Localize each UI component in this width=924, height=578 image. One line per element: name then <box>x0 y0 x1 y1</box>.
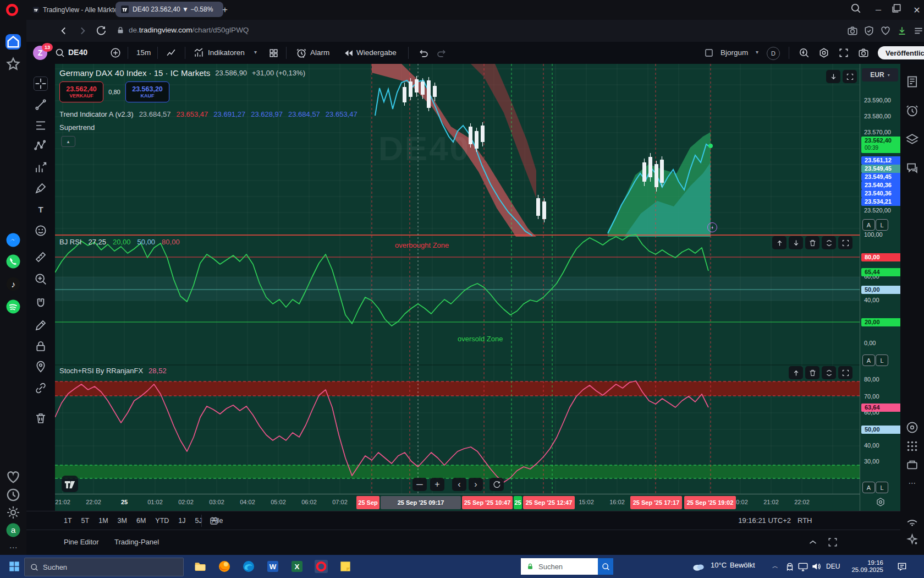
window-close-button[interactable]: ✕ <box>910 3 924 17</box>
url-field[interactable]: de.tradingview.com/chart/d50glPWQ <box>129 26 249 34</box>
word-icon[interactable]: W <box>266 560 279 573</box>
taskbar-search-box[interactable]: Suchen <box>24 558 184 576</box>
stoch-log-scale-button[interactable]: L <box>876 482 888 493</box>
history-icon[interactable] <box>6 487 21 503</box>
messenger-icon[interactable] <box>6 232 21 248</box>
spotify-icon[interactable] <box>6 299 21 314</box>
volume-tray-icon[interactable] <box>811 561 822 572</box>
stoch-legend[interactable]: Stoch+RSI By RRanjanFX 28,52 <box>59 367 167 375</box>
indicators-chevron-icon[interactable]: ▾ <box>254 49 257 55</box>
opera-taskbar-icon[interactable] <box>315 560 328 573</box>
indicator-legend-trend[interactable]: Trend Indicator A (v2.3) 23.684,5723.653… <box>59 110 358 118</box>
layout-grid-icon[interactable] <box>268 48 279 58</box>
chat-panel-icon[interactable] <box>905 161 919 175</box>
reset-chart-button[interactable] <box>490 478 504 491</box>
signal-panel-icon[interactable] <box>905 513 919 527</box>
magnet-tool-icon[interactable] <box>34 297 47 310</box>
stoch-auto-scale-button[interactable]: A <box>862 482 875 493</box>
player-panel-icon[interactable] <box>905 421 919 434</box>
bookmarks-star-icon[interactable] <box>6 56 21 72</box>
rsi-maximize-button[interactable] <box>838 236 853 249</box>
alarm-button[interactable]: Alarm <box>310 48 329 57</box>
time-axis[interactable]: 21:0222:022501:0202:0203:0204:0205:0206:… <box>55 494 860 511</box>
lock-drawings-icon[interactable] <box>34 340 47 353</box>
trading-panel-tab[interactable]: Trading-Panel <box>114 538 159 546</box>
snapshot-icon[interactable] <box>847 25 858 36</box>
session-label[interactable]: 25 Sep '25 17:17 <box>630 496 682 509</box>
stoch-delete-button[interactable] <box>805 366 820 379</box>
apps-grid-icon[interactable] <box>905 439 919 453</box>
settings-hexagon-icon[interactable] <box>818 47 829 58</box>
clock-utc[interactable]: 19:16:21 UTC+2 <box>708 516 791 525</box>
currency-dropdown[interactable]: EUR▾ <box>862 68 898 81</box>
range-button-6m[interactable]: 6M <box>136 517 146 525</box>
log-scale-button[interactable]: L <box>876 219 888 231</box>
speed-dial-home-icon[interactable] <box>6 34 21 50</box>
layout-badge[interactable]: D <box>767 47 780 60</box>
symbol-search-icon[interactable] <box>55 48 65 58</box>
scroll-left-button[interactable]: ‹ <box>452 478 466 491</box>
file-explorer-icon[interactable] <box>194 560 207 573</box>
emoji-tool-icon[interactable] <box>34 224 47 237</box>
buy-button[interactable]: 23.563,20 KAUF <box>125 81 169 102</box>
go-to-date-calendar-icon[interactable] <box>209 516 219 526</box>
rsi-auto-scale-button[interactable]: A <box>862 355 875 366</box>
text-tool-icon[interactable]: T <box>34 203 47 216</box>
layout-name-button[interactable]: Bjorgum <box>721 48 748 57</box>
chart-legend-main[interactable]: Germany DAX 40 Index · 15 · IC Markets 2… <box>59 68 305 78</box>
tray-expand-chevron-icon[interactable]: ︿ <box>772 562 778 570</box>
sell-button[interactable]: 23.562,40 VERKAUF <box>59 81 103 102</box>
zoom-tool-icon[interactable] <box>34 272 47 286</box>
sticky-notes-icon[interactable] <box>339 560 352 573</box>
workspace-panel-icon[interactable] <box>905 458 919 472</box>
session-label[interactable]: 25 Sep <box>356 496 380 509</box>
new-tab-button[interactable]: + <box>218 3 232 17</box>
reload-icon[interactable] <box>96 25 107 36</box>
range-button-5t[interactable]: 5T <box>81 517 90 525</box>
session-label[interactable]: 25 Sep '25 09:17 <box>381 496 461 509</box>
session-label[interactable]: 25 Sep '25 12:47 <box>523 496 575 509</box>
session-label[interactable]: 25 <box>514 496 522 509</box>
zoom-in-button[interactable]: + <box>430 478 444 491</box>
hide-drawings-icon[interactable] <box>34 360 47 373</box>
forecast-tool-icon[interactable] <box>34 161 47 175</box>
search-tabs-icon[interactable] <box>850 3 861 14</box>
redo-icon[interactable] <box>437 48 447 58</box>
rsi-log-scale-button[interactable]: L <box>876 355 888 366</box>
crosshair-tool-icon[interactable] <box>34 77 47 90</box>
range-button-3m[interactable]: 3M <box>118 517 127 525</box>
extension-badge-icon[interactable] <box>864 25 875 36</box>
sidebar-ellipsis-icon[interactable]: ⋯ <box>905 476 919 489</box>
indicator-legend-supertrend[interactable]: Supertrend <box>59 123 95 132</box>
trendline-tool-icon[interactable] <box>34 98 47 111</box>
amazon-badge-icon[interactable]: a <box>6 522 21 538</box>
keyboard-language[interactable]: DEU <box>826 563 840 570</box>
measure-tool-icon[interactable] <box>34 250 47 264</box>
replay-rewind-icon[interactable] <box>343 48 354 58</box>
firefox-icon[interactable] <box>218 560 231 573</box>
tab-tradingview[interactable]: TradingView - Alle Märkte <box>28 2 123 18</box>
start-button[interactable] <box>8 560 21 573</box>
drawing-mode-pencil-icon[interactable] <box>34 319 47 332</box>
favorites-heart-icon[interactable] <box>880 25 891 36</box>
brush-tool-icon[interactable] <box>34 182 47 195</box>
panel-maximize-icon[interactable] <box>827 537 838 548</box>
rsi-move-down-button[interactable] <box>789 236 803 249</box>
excel-icon[interactable]: X <box>290 560 304 573</box>
session-label[interactable]: 25 Sep '25 10:47 <box>462 496 513 509</box>
stoch-move-up-button[interactable] <box>789 366 803 379</box>
stoch-maximize-button[interactable] <box>838 366 853 379</box>
window-minimize-button[interactable]: ─ <box>871 3 886 17</box>
quick-search-icon[interactable] <box>799 47 810 58</box>
interval-button[interactable]: 15m <box>136 48 151 57</box>
publish-button[interactable]: Veröffentlichen <box>878 46 924 59</box>
rsi-legend[interactable]: BJ RSI 27,25 20,00 50,00 80,00 <box>59 238 180 246</box>
session-label[interactable]: 25 Sep '25 19:02 <box>684 496 736 509</box>
scroll-down-button[interactable] <box>826 70 840 83</box>
collapse-legend-chevron-icon[interactable]: ▴ <box>61 136 75 147</box>
alarm-panel-icon[interactable] <box>905 103 919 117</box>
forward-icon[interactable] <box>77 25 88 36</box>
weather-widget[interactable]: 10°C Bewölkt <box>711 561 755 569</box>
tab-islands-icon[interactable] <box>905 132 919 146</box>
reading-list-icon[interactable] <box>913 25 924 36</box>
